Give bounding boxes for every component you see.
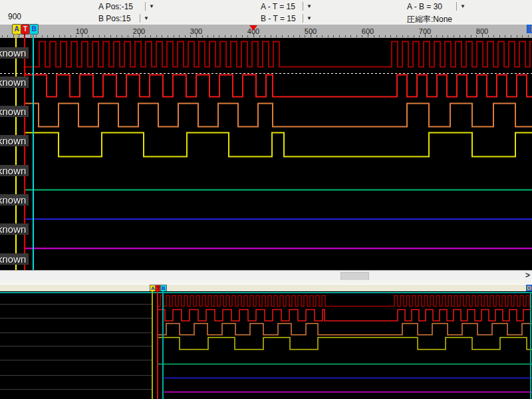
ruler-tick-label: 600 [358,27,378,35]
a-pos-dropdown-button[interactable]: ▼ [145,2,154,11]
ruler-tick [47,35,48,37]
ruler-tick [408,35,408,37]
ruler-tick [528,35,529,37]
overview-waveform-canvas[interactable] [0,291,532,399]
ruler-tick-label: 700 [415,27,435,35]
horizontal-scrollbar[interactable]: > [0,270,532,281]
ruler-tick [59,35,60,37]
toolbar: 900 A Pos:-15 ▼ B Pos:15 ▼ A - T = 15 ▼ … [0,0,532,25]
ruler-tick [460,35,460,37]
ruler-tick [162,35,162,37]
ruler-tick [76,35,76,37]
ruler-tick [236,35,237,37]
ruler-tick [225,35,225,37]
ruler-tick [379,35,380,37]
ruler-tick [350,35,351,37]
ruler-tick [288,35,289,37]
ruler-tick [414,35,414,37]
ruler-tick [271,35,271,37]
ruler-tick [116,35,117,37]
ruler-tick [150,35,151,37]
ruler-tick [454,35,454,37]
ruler-tick [19,35,19,37]
marker-t-line[interactable] [24,38,25,270]
ruler-tick [465,35,466,37]
overview-row-separator [0,346,152,346]
time-ruler[interactable]: 100200300400500600700800900 [0,25,532,39]
ruler-tick [93,35,94,37]
overview-right-border [530,292,531,399]
ruler-tick-label: 800 [472,27,492,35]
ruler-tick [505,35,505,37]
ruler-tick [31,35,31,37]
left-position-value: 900 [8,12,21,21]
b-minus-t-readout: B - T = 15 [261,14,296,23]
ruler-tick [2,35,3,37]
ruler-tick [70,35,71,37]
scrollbar-right-arrow-icon[interactable]: > [523,271,532,280]
marker-b-flag[interactable]: B [29,24,39,35]
marker-a-line[interactable] [15,38,17,270]
marker-b-flag-stem [33,33,34,38]
overview-row-separator [0,360,152,360]
overview-marker-b-line[interactable] [162,291,164,399]
main-waveform-panel[interactable]: knownknownknownknownknownknownknownknown [0,38,532,270]
a-minus-t-dropdown-button[interactable]: ▼ [303,2,312,11]
compression-ratio-readout: 圧縮率:None [407,14,452,25]
a-minus-t-readout: A - T = 15 [261,2,295,11]
a-minus-b-readout: A - B = 30 [407,2,442,11]
overview-marker-t-line[interactable] [157,291,158,399]
overview-row-separator [0,332,152,333]
ruler-tick [442,35,443,37]
ruler-tick [36,35,37,37]
overview-row-separator [0,318,152,319]
overview-waveform-panel[interactable] [0,291,532,399]
a-minus-b-dropdown-button[interactable]: ▼ [456,2,466,11]
marker-a-flag[interactable]: A [12,24,21,35]
ruler-tick [190,35,191,37]
ruler-tick [156,35,157,37]
ruler-right-clipped-flag [527,25,532,33]
ruler-tick [219,35,219,37]
ruler-tick [345,35,346,37]
ruler-tick [448,35,448,37]
overview-top-border [0,292,532,293]
overview-row-separator [0,375,152,376]
ruler-tick [259,35,260,37]
overview-row-separator [0,389,152,390]
a-pos-readout: A Pos:-15 [98,2,133,11]
ruler-tick [356,35,357,37]
b-pos-dropdown-button[interactable]: ▼ [140,14,149,23]
ruler-tick [317,35,317,37]
ruler-tick [247,35,248,37]
ruler-tick [174,35,174,37]
ruler-tick [122,35,122,37]
ruler-tick [65,35,65,37]
ruler-tick [493,35,494,37]
b-minus-t-dropdown-button[interactable]: ▼ [303,14,312,23]
ruler-tick [396,35,397,37]
overview-marker-a-line[interactable] [152,291,153,399]
ruler-tick [374,35,374,37]
marker-t-flag[interactable]: T [21,24,30,35]
channel-label: known [0,106,29,117]
ruler-tick [133,35,134,37]
ruler-tick [436,35,437,37]
ruler-tick [339,35,340,37]
overview-row-separator [0,304,152,305]
ruler-tick [88,35,88,37]
ruler-tick [145,35,146,37]
marker-b-line[interactable] [33,38,34,270]
ruler-tick [293,35,294,37]
ruler-tick [53,35,54,37]
ruler-tick [185,35,186,37]
logic-analyzer-window: 900 A Pos:-15 ▼ B Pos:15 ▼ A - T = 15 ▼ … [0,0,532,399]
channel-label: known [0,76,29,88]
ruler-tick [390,35,391,37]
channel-label: known [0,194,29,205]
channel-label: known [0,47,29,59]
ruler-tick [402,35,403,37]
ruler-tick [99,35,100,37]
ruler-tick [322,35,323,37]
ruler-tick [276,35,277,37]
